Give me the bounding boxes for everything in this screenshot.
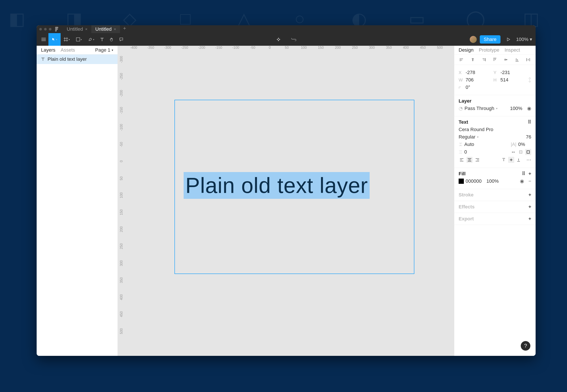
chevron-down-icon: ▾ (93, 38, 94, 41)
tab-layers[interactable]: Layers (41, 47, 55, 53)
new-tab-button[interactable]: + (120, 25, 129, 33)
font-family-select[interactable]: Cera Round Pro (459, 127, 531, 132)
svg-point-0 (57, 28, 58, 30)
w-input[interactable]: 706 (466, 77, 492, 83)
blend-icon: ◔ (459, 106, 463, 111)
more-icon[interactable]: ⋯ (526, 157, 531, 163)
paragraph-spacing-input[interactable]: 0 (464, 149, 467, 155)
text-layer[interactable]: Plain old text layer (184, 172, 370, 199)
fill-opacity-input[interactable]: 100% (486, 178, 499, 184)
svg-rect-3 (527, 151, 529, 153)
distribute-icon[interactable] (525, 57, 531, 63)
page-selector[interactable]: Page 1▾ (95, 47, 113, 53)
window-controls[interactable] (39, 28, 51, 30)
tab-prototype[interactable]: Prototype (479, 47, 499, 53)
fill-section: Fill⠿+ 000000 100% ◉ − (454, 168, 536, 189)
line-height-input[interactable]: Auto (464, 141, 474, 147)
export-section: Export+ (454, 213, 536, 225)
chevron-down-icon: ▾ (69, 38, 70, 41)
stroke-title: Stroke (459, 192, 474, 198)
add-stroke-icon[interactable]: + (528, 192, 531, 198)
tab-label: Untitled (67, 26, 83, 32)
add-export-icon[interactable]: + (528, 216, 531, 222)
font-size-input[interactable]: 76 (526, 134, 531, 140)
text-align-right-icon[interactable] (474, 157, 480, 163)
x-input[interactable]: -278 (466, 70, 492, 75)
align-v-center-icon[interactable] (503, 57, 509, 63)
blend-mode-select[interactable]: Pass Through (464, 106, 494, 111)
layer-opacity-input[interactable]: 100% (510, 106, 522, 111)
w-label: W (459, 78, 464, 83)
fill-color-input[interactable]: 000000 (466, 178, 481, 184)
link-icon[interactable] (289, 33, 298, 46)
auto-width-icon[interactable]: ↔ (510, 149, 516, 155)
present-button[interactable] (504, 33, 513, 46)
text-align-left-icon[interactable] (459, 157, 465, 163)
align-top-icon[interactable] (492, 57, 498, 63)
rotation-input[interactable]: 0° (466, 84, 492, 90)
letter-spacing-icon: |A| (511, 141, 516, 147)
fixed-size-icon[interactable] (525, 149, 531, 155)
chevron-down-icon: ▾ (477, 136, 478, 139)
text-align-bottom-icon[interactable] (516, 157, 522, 163)
add-effect-icon[interactable]: + (528, 204, 531, 210)
menu-button[interactable] (39, 33, 48, 46)
close-icon[interactable]: × (114, 27, 116, 32)
type-settings-icon[interactable]: ⠿ (528, 119, 531, 125)
remove-fill-icon[interactable]: − (528, 178, 531, 184)
zoom-select[interactable]: 100%▾ (516, 37, 533, 42)
selection-frame[interactable]: Plain old text layer (175, 100, 414, 274)
align-left-icon[interactable] (459, 57, 465, 63)
h-input[interactable]: 514 (500, 77, 526, 83)
chevron-down-icon: ▾ (81, 38, 82, 41)
layer-section: Layer ◔ Pass Through ▾ 100% ◉ (454, 95, 536, 116)
font-weight-select[interactable]: Regular (459, 134, 475, 140)
avatar[interactable] (470, 36, 477, 43)
ruler-vertical: -300-250-200-150-100-5005010015020025030… (118, 51, 125, 356)
auto-height-icon[interactable] (518, 149, 524, 155)
hand-tool[interactable] (107, 33, 117, 46)
align-right-icon[interactable] (481, 57, 487, 63)
align-h-center-icon[interactable] (470, 57, 476, 63)
frame-tool[interactable]: ▾ (61, 33, 73, 46)
text-tool[interactable] (97, 33, 107, 46)
document-tabs: Untitled × Untitled × + (63, 25, 129, 33)
tab-inspect[interactable]: Inspect (505, 47, 520, 53)
h-label: H (493, 78, 499, 83)
move-tool[interactable]: ▾ (48, 33, 61, 46)
pen-tool[interactable]: ▾ (85, 33, 97, 46)
text-align-top-icon[interactable] (501, 157, 507, 163)
line-height-icon (459, 142, 463, 146)
text-align-middle-icon[interactable] (508, 157, 514, 163)
text-align-center-icon[interactable] (466, 157, 473, 163)
figma-logo-icon[interactable] (55, 27, 59, 32)
canvas-area[interactable]: -400-350-300-250-200-150-100-50050100150… (118, 46, 454, 356)
tab-untitled-1[interactable]: Untitled × (63, 25, 91, 33)
figma-window: Untitled × Untitled × + ▾ ▾ ▾ ▾ Share 10… (37, 25, 536, 356)
help-button[interactable]: ? (521, 341, 530, 351)
text-section: Text⠿ Cera Round Pro Regular ▾ 76 Auto |… (454, 116, 536, 168)
visibility-icon[interactable]: ◉ (527, 106, 531, 111)
components-icon[interactable] (274, 33, 283, 46)
constrain-icon[interactable] (528, 78, 531, 82)
fill-color-swatch[interactable] (459, 179, 464, 184)
comment-tool[interactable] (117, 33, 126, 46)
share-button[interactable]: Share (480, 35, 500, 43)
visibility-icon[interactable]: ◉ (520, 178, 524, 184)
align-bottom-icon[interactable] (514, 57, 520, 63)
style-icon[interactable]: ⠿ (522, 171, 525, 177)
tab-untitled-2[interactable]: Untitled × (91, 25, 120, 33)
position-section: X-278 Y-231 W706 H514 0° (454, 65, 536, 95)
layer-row[interactable]: Plain old text layer (37, 55, 118, 64)
svg-rect-1 (76, 38, 80, 41)
close-icon[interactable]: × (85, 27, 88, 32)
y-input[interactable]: -231 (500, 70, 527, 75)
tab-assets[interactable]: Assets (61, 47, 75, 53)
inspector-panel: Design Prototype Inspect X-278 Y-231 (454, 46, 536, 356)
shape-tool[interactable]: ▾ (73, 33, 85, 46)
letter-spacing-input[interactable]: 0% (518, 141, 531, 147)
add-fill-icon[interactable]: + (528, 171, 531, 177)
tab-design[interactable]: Design (459, 47, 474, 53)
chevron-down-icon: ▾ (530, 37, 532, 42)
ruler-horizontal: -400-350-300-250-200-150-100-50050100150… (125, 46, 454, 51)
